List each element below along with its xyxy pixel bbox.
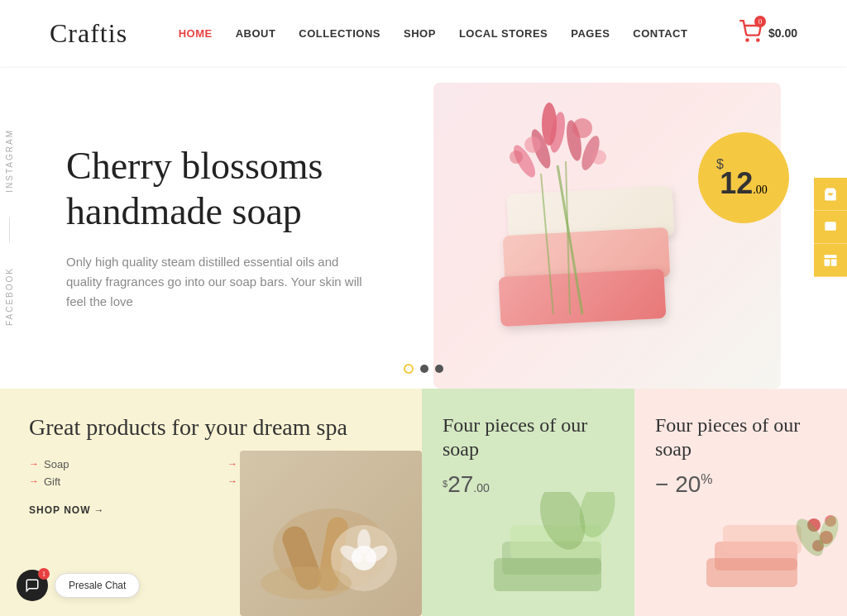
logo[interactable]: Craftis (50, 18, 127, 49)
flower-decoration (433, 83, 781, 389)
product-link-soap[interactable]: → Soap (29, 458, 194, 470)
cart-area[interactable]: 0 $0.00 (739, 20, 797, 46)
hero-content: Cherry blossoms handmade soap Only high … (0, 143, 397, 312)
action-layout-btn[interactable] (814, 244, 847, 277)
right-product-svg (698, 492, 847, 616)
svg-rect-15 (825, 222, 836, 231)
chat-widget: 1 Presale Chat (17, 570, 140, 601)
social-divider (9, 217, 10, 242)
svg-rect-17 (825, 255, 837, 258)
chat-notification: 1 (38, 568, 50, 580)
arrow-icon-soap: → (29, 458, 39, 470)
hero-description: Only high quality steam distilled essent… (66, 252, 372, 312)
cart-badge: 0 (754, 16, 766, 27)
facebook-label[interactable]: FACEBOOK (5, 267, 14, 326)
cart-icon-wrap[interactable]: 0 (739, 20, 762, 46)
svg-point-25 (357, 529, 371, 554)
spa-product-image (240, 451, 422, 616)
svg-point-13 (591, 150, 606, 165)
spa-image-decoration (240, 451, 422, 616)
nav-about[interactable]: ABOUT (236, 27, 276, 40)
svg-line-10 (541, 174, 553, 314)
svg-point-28 (261, 566, 352, 599)
discount-sign: − (655, 471, 668, 497)
gift-label: Gift (44, 475, 60, 488)
instagram-label[interactable]: INSTAGRAM (5, 129, 14, 193)
mid-price-main: 27 (447, 471, 473, 497)
right-actions (814, 178, 847, 277)
svg-point-11 (524, 136, 541, 153)
nav-shop[interactable]: SHOP (404, 27, 436, 40)
slider-dots (404, 364, 443, 374)
soap-label: Soap (44, 458, 69, 470)
svg-rect-36 (706, 558, 797, 587)
action-cart-btn[interactable] (814, 178, 847, 211)
nav-home[interactable]: HOME (179, 27, 213, 40)
mid-product-svg (486, 492, 634, 616)
price-cents: .00 (753, 184, 768, 197)
action-cart-icon (823, 187, 838, 202)
action-layout-icon (823, 253, 838, 268)
svg-rect-35 (723, 525, 802, 554)
chat-button[interactable]: 1 (17, 570, 48, 601)
dot-2[interactable] (420, 365, 428, 373)
chat-icon (25, 578, 40, 593)
arrow-icon-spa: → (227, 475, 237, 487)
header: Craftis HOME ABOUT COLLECTIONS SHOP LOCA… (0, 0, 847, 66)
right-product-image (698, 492, 847, 616)
arrow-icon-gift: → (29, 475, 39, 487)
lower-mid-title: Four pieces of our soap (443, 413, 614, 461)
arrow-icon-aroma: → (227, 458, 237, 470)
svg-rect-31 (494, 558, 601, 591)
svg-rect-18 (825, 259, 830, 265)
hero-section: INSTAGRAM FACEBOOK Cherry blossoms handm… (0, 66, 847, 389)
discount-value: 20 (675, 471, 701, 497)
product-link-gift[interactable]: → Gift (29, 475, 194, 488)
cart-amount: $0.00 (768, 26, 797, 40)
shop-now-arrow: → (93, 504, 104, 516)
svg-rect-19 (831, 259, 837, 265)
hero-image-area: $ 12 .00 (433, 83, 781, 389)
dot-3[interactable] (435, 365, 443, 373)
discount-pct: % (701, 471, 712, 485)
svg-point-7 (542, 103, 557, 146)
price-main: 12 (720, 169, 753, 198)
action-search-btn[interactable] (814, 211, 847, 244)
shop-now-label: SHOP NOW (29, 504, 90, 516)
soap-image (433, 83, 781, 389)
lower-left-title: Great products for your dream spa (29, 413, 393, 442)
action-search-icon (823, 220, 838, 235)
nav-local-stores[interactable]: LOCAL STORES (459, 27, 548, 40)
presale-chat-button[interactable]: Presale Chat (55, 573, 140, 598)
main-nav: HOME ABOUT COLLECTIONS SHOP LOCAL STORES… (179, 27, 688, 40)
mid-product-image (486, 492, 634, 616)
lower-right-panel: Four pieces of our soap − 20% (634, 389, 847, 616)
nav-collections[interactable]: COLLECTIONS (299, 27, 380, 40)
svg-point-12 (572, 118, 592, 138)
nav-contact[interactable]: CONTACT (633, 27, 687, 40)
svg-point-0 (746, 39, 748, 41)
lower-right-title: Four pieces of our soap (655, 413, 826, 461)
lower-mid-panel: Four pieces of our soap $27.00 (422, 389, 634, 616)
dot-1[interactable] (404, 364, 414, 374)
price-bubble: $ 12 .00 (698, 132, 789, 223)
nav-pages[interactable]: PAGES (571, 27, 610, 40)
svg-point-1 (757, 39, 758, 41)
social-sidebar: INSTAGRAM FACEBOOK (0, 66, 18, 389)
svg-point-14 (510, 150, 523, 164)
hero-title: Cherry blossoms handmade soap (66, 143, 397, 234)
